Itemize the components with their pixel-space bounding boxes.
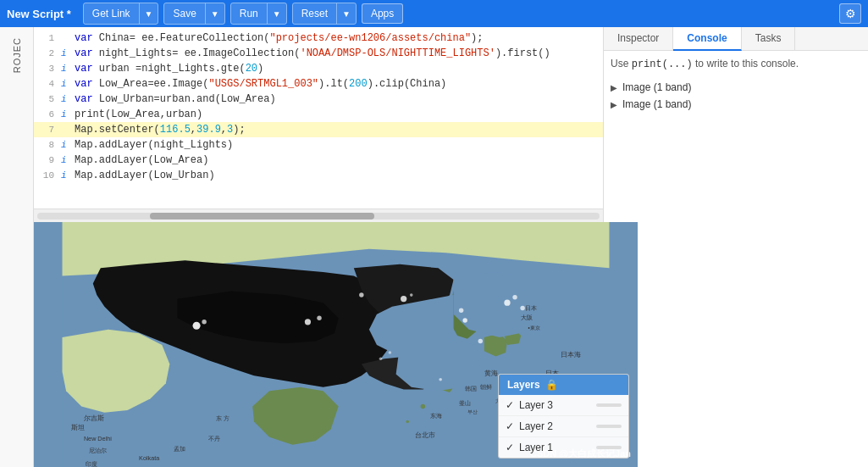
layer-2-check[interactable]: ✓ [506, 420, 514, 432]
svg-text:孟加: 孟加 [174, 445, 185, 453]
layers-panel: Layers 🔒 ✓ Layer 3 ✓ Layer 2 ✓ Layer 1 [498, 374, 629, 459]
svg-point-16 [439, 378, 442, 381]
layers-header: Layers 🔒 [499, 375, 628, 395]
tab-console[interactable]: Console [673, 27, 741, 51]
code-content: 1 var China= ee.FeatureCollection("proje… [34, 27, 603, 208]
code-line-8: 8 i Map.addLayer(night_Lights) [34, 137, 603, 153]
expand-arrow-1[interactable]: ▶ [611, 83, 617, 92]
svg-text:东海: 东海 [430, 412, 442, 420]
reset-group: Reset ▼ [292, 3, 357, 25]
code-line-10: 10 i Map.addLayer(Low_Urban) [34, 168, 603, 183]
svg-text:朝鲜: 朝鲜 [480, 383, 492, 391]
h-scrollbar-thumb[interactable] [150, 213, 375, 220]
svg-point-9 [410, 293, 413, 297]
svg-point-5 [305, 319, 311, 325]
svg-point-18 [389, 351, 392, 354]
expand-arrow-2[interactable]: ▶ [611, 100, 617, 109]
svg-point-17 [379, 357, 383, 360]
run-arrow[interactable]: ▼ [267, 3, 286, 24]
apps-button[interactable]: Apps [362, 3, 403, 24]
svg-text:釜山: 釜山 [459, 399, 471, 407]
svg-text:不丹: 不丹 [208, 435, 220, 442]
reset-arrow[interactable]: ▼ [336, 3, 356, 24]
right-tabs: Inspector Console Tasks [604, 27, 868, 51]
save-arrow[interactable]: ▼ [205, 3, 224, 24]
layer-3-check[interactable]: ✓ [506, 399, 514, 411]
save-button[interactable]: Save [164, 3, 204, 24]
svg-text:斯坦: 斯坦 [71, 424, 85, 431]
toolbar: New Script * Get Link ▼ Save ▼ Run ▼ Res… [0, 0, 868, 27]
svg-text:尼泊尔: 尼泊尔 [89, 447, 107, 454]
run-group: Run ▼ [230, 3, 287, 25]
left-sidebar: ROJEC [0, 27, 34, 467]
svg-point-2 [406, 420, 409, 424]
svg-point-11 [462, 318, 467, 322]
console-item-2-label: Image (1 band) [622, 98, 691, 110]
layer-2-name: Layer 2 [519, 420, 591, 432]
svg-text:•東京: •東京 [528, 325, 539, 331]
svg-point-13 [504, 300, 510, 306]
h-scrollbar[interactable] [37, 213, 600, 220]
project-label: ROJEC [12, 37, 22, 73]
get-link-button[interactable]: Get Link [84, 3, 139, 24]
script-title: New Script * [7, 8, 71, 20]
svg-point-14 [512, 295, 517, 299]
svg-text:台北市: 台北市 [415, 431, 435, 439]
svg-point-3 [193, 322, 201, 330]
console-item-1[interactable]: ▶ Image (1 band) [611, 79, 861, 96]
svg-point-8 [401, 296, 406, 302]
layer-3-name: Layer 3 [519, 399, 591, 411]
layer-item-2[interactable]: ✓ Layer 2 [499, 416, 628, 437]
get-link-group: Get Link ▼ [83, 3, 159, 25]
svg-text:大阪: 大阪 [521, 314, 533, 321]
layer-1-slider[interactable] [596, 446, 622, 449]
left-section: 1 var China= ee.FeatureCollection("proje… [34, 27, 604, 467]
svg-text:日本: 日本 [525, 304, 537, 312]
layer-2-slider[interactable] [596, 425, 622, 428]
layer-item-1[interactable]: ✓ Layer 1 [499, 437, 628, 458]
run-button[interactable]: Run [231, 3, 267, 24]
reset-button[interactable]: Reset [293, 3, 336, 24]
code-line-3: 3 i var urban =night_Lights.gte(20) [34, 61, 603, 76]
console-item-1-label: Image (1 band) [622, 81, 691, 93]
save-group: Save ▼ [163, 3, 224, 25]
lock-icon: 🔒 [545, 379, 558, 391]
layer-3-slider[interactable] [596, 403, 622, 407]
right-panel: Inspector Console Tasks Use print(...) t… [604, 27, 868, 467]
svg-point-12 [478, 339, 483, 343]
map-container[interactable]: 尔吉斯 斯坦 New Delhi 尼泊尔 印度 Kolkata 孟加 不丹 东 … [34, 222, 638, 467]
tab-inspector[interactable]: Inspector [604, 27, 673, 50]
code-line-7: 7 Map.setCenter(116.5,39.9,3); [34, 122, 603, 137]
svg-point-6 [317, 316, 321, 320]
code-line-1: 1 var China= ee.FeatureCollection("proje… [34, 31, 603, 46]
layer-1-check[interactable]: ✓ [506, 442, 514, 453]
code-line-6: 6 i print(Low_Area,urban) [34, 107, 603, 122]
settings-button[interactable]: ⚙ [839, 3, 861, 24]
layer-item-3[interactable]: ✓ Layer 3 [499, 395, 628, 416]
layer-1-name: Layer 1 [519, 442, 591, 453]
svg-text:黄海: 黄海 [484, 370, 498, 377]
svg-text:韩国: 韩国 [465, 385, 477, 392]
main-layout: ROJEC 1 var China= ee.FeatureCollection(… [0, 27, 868, 467]
svg-text:印度: 印度 [86, 460, 97, 467]
console-hint: Use print(...) to write to this console. [611, 58, 861, 70]
layers-title: Layers [507, 379, 540, 391]
tab-tasks[interactable]: Tasks [742, 27, 796, 50]
svg-point-7 [359, 292, 363, 297]
svg-text:尔吉斯: 尔吉斯 [84, 414, 104, 422]
svg-text:东 方: 东 方 [216, 414, 229, 422]
h-scrollbar-area[interactable] [34, 208, 603, 222]
console-item-2[interactable]: ▶ Image (1 band) [611, 96, 861, 113]
svg-text:Kolkata: Kolkata [139, 454, 160, 462]
code-line-2: 2 i var night_Lights= ee.ImageCollection… [34, 46, 603, 61]
svg-text:日本海: 日本海 [561, 351, 581, 359]
code-editor[interactable]: 1 var China= ee.FeatureCollection("proje… [34, 27, 604, 222]
svg-point-10 [459, 308, 463, 312]
code-line-9: 9 i Map.addLayer(Low_Area) [34, 153, 603, 168]
svg-point-4 [202, 320, 206, 324]
code-line-4: 4 i var Low_Area=ee.Image("USGS/SRTMGL1_… [34, 76, 603, 92]
svg-point-1 [421, 404, 425, 409]
get-link-arrow[interactable]: ▼ [139, 3, 158, 24]
console-content: Use print(...) to write to this console.… [604, 51, 868, 467]
code-line-5: 5 i var Low_Urban=urban.and(Low_Area) [34, 92, 603, 107]
